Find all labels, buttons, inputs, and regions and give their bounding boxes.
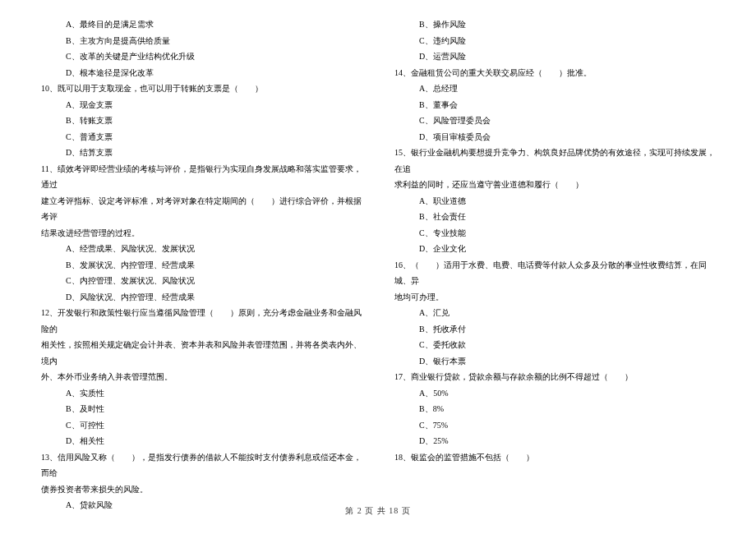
q14-opt-b: B、董事会	[394, 97, 715, 113]
q13-line2: 债券投资者带来损失的风险。	[41, 481, 362, 498]
q13-opt-c: C、违约风险	[394, 33, 715, 49]
q17-text: 17、商业银行贷款，贷款余额与存款余额的比例不得超过（ ）	[394, 369, 715, 385]
q17-opt-c: C、75%	[394, 417, 715, 434]
q9-opt-a: A、最终目的是满足需求	[41, 16, 362, 33]
q16-opt-a: A、汇兑	[394, 305, 715, 321]
q15-opt-d: D、企业文化	[394, 241, 715, 257]
q12-opt-a: A、实质性	[41, 385, 362, 402]
q14-opt-a: A、总经理	[394, 81, 715, 97]
right-column: B、操作风险 C、违约风险 D、运营风险 14、金融租赁公司的重大关联交易应经（…	[394, 16, 715, 493]
q17-opt-b: B、8%	[394, 401, 715, 417]
q11-line3: 结果改进经营管理的过程。	[41, 225, 362, 242]
q9-opt-c: C、改革的关键是产业结构优化升级	[41, 48, 362, 65]
q15-line1: 15、银行业金融机构要想提升竞争力、构筑良好品牌优势的有效途径，实现可持续发展，…	[394, 145, 715, 177]
q10-opt-c: C、普通支票	[41, 129, 362, 145]
q12-line2: 相关性，按照相关规定确定会计并表、资本并表和风险并表管理范围，并将各类表内外、境…	[41, 337, 362, 369]
q16-opt-c: C、委托收款	[394, 337, 715, 353]
q11-line1: 11、绩效考评即经营业绩的考核与评价，是指银行为实现自身发展战略和落实监管要求，…	[41, 161, 362, 193]
q14-text: 14、金融租赁公司的重大关联交易应经（ ）批准。	[394, 65, 715, 81]
q11-opt-a: A、经营成果、风险状况、发展状况	[41, 241, 362, 257]
q12-opt-b: B、及时性	[41, 401, 362, 417]
q17-opt-a: A、50%	[394, 385, 715, 402]
q12-line1: 12、开发银行和政策性银行应当遵循风险管理（ ）原则，充分考虑金融业务和金融风险…	[41, 305, 362, 337]
document-page: A、最终目的是满足需求 B、主攻方向是提高供给质量 C、改革的关键是产业结构优化…	[0, 0, 756, 501]
q16-opt-d: D、银行本票	[394, 353, 715, 370]
q15-opt-b: B、社会责任	[394, 209, 715, 225]
q11-line2: 建立考评指标、设定考评标准，对考评对象在特定期间的（ ）进行综合评价，并根据考评	[41, 193, 362, 225]
q10-opt-b: B、转账支票	[41, 113, 362, 129]
q9-opt-d: D、根本途径是深化改革	[41, 65, 362, 81]
q10-opt-a: A、现金支票	[41, 97, 362, 113]
q9-opt-b: B、主攻方向是提高供给质量	[41, 33, 362, 49]
q15-line2: 求利益的同时，还应当遵守善业道德和履行（ ）	[394, 177, 715, 193]
q12-opt-d: D、相关性	[41, 433, 362, 449]
q15-opt-a: A、职业道德	[394, 193, 715, 209]
q13-opt-a: A、贷款风险	[41, 497, 362, 513]
q11-opt-b: B、发展状况、内控管理、经营成果	[41, 257, 362, 274]
q16-line1: 16、（ ）适用于水费、电费、电话费等付款人众多及分散的事业性收费结算，在同城、…	[394, 257, 715, 289]
q17-opt-d: D、25%	[394, 433, 715, 449]
q10-text: 10、既可以用于支取现金，也可以用于转账的支票是（ ）	[41, 81, 362, 97]
q14-opt-c: C、风险管理委员会	[394, 113, 715, 129]
q18-text: 18、银监会的监管措施不包括（ ）	[394, 449, 715, 466]
q16-line2: 地均可办理。	[394, 289, 715, 306]
q10-opt-d: D、结算支票	[41, 145, 362, 161]
q11-opt-d: D、风险状况、内控管理、经营成果	[41, 289, 362, 306]
q12-line3: 外、本外币业务纳入并表管理范围。	[41, 369, 362, 385]
q14-opt-d: D、项目审核委员会	[394, 129, 715, 145]
q16-opt-b: B、托收承付	[394, 321, 715, 338]
q15-opt-c: C、专业技能	[394, 225, 715, 242]
q13-line1: 13、信用风险又称（ ），是指发行债券的借款人不能按时支付债券利息或偿还本金，而…	[41, 449, 362, 481]
q12-opt-c: C、可控性	[41, 417, 362, 434]
left-column: A、最终目的是满足需求 B、主攻方向是提高供给质量 C、改革的关键是产业结构优化…	[41, 16, 362, 493]
q13-opt-b: B、操作风险	[394, 16, 715, 33]
q13-opt-d: D、运营风险	[394, 48, 715, 65]
q11-opt-c: C、内控管理、发展状况、风险状况	[41, 273, 362, 289]
